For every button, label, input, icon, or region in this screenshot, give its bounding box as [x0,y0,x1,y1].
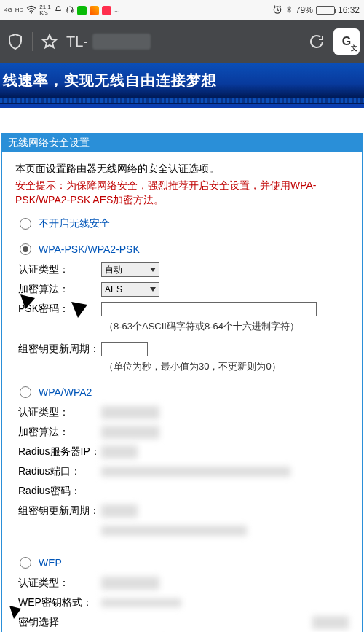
shield-icon[interactable] [4,31,26,52]
mode-wpapsk-row[interactable]: WPA-PSK/WPA2-PSK [20,243,349,255]
radio-wpapsk[interactable] [20,243,31,255]
radio-wep[interactable] [20,557,31,569]
redacted [312,616,349,629]
bell-icon [54,5,63,16]
app-icon-3 [102,6,111,15]
wep-keysel-label: 密钥选择 [18,616,101,629]
mode-wpapsk-title: WPA-PSK/WPA2-PSK [39,243,140,255]
status-right: 79% 16:32 [272,4,360,17]
radius-ip-label: Radius服务器IP： [18,445,101,459]
wep-fields: 认证类型： WEP密钥格式： 密钥选择 密钥 1： 密钥 2： 密钥 3： [18,574,349,632]
panel-title: 无线网络安全设置 [2,133,362,152]
translate-button[interactable]: G 文 [333,28,360,55]
status-left: 4G HD 21.1 K/s … [4,4,120,16]
banner-stripe [0,98,364,104]
battery-icon [316,6,335,15]
redacted [101,406,159,419]
groupkey-input[interactable] [101,342,148,356]
psk-label: PSK密码： [18,303,101,316]
enc-algo-select[interactable]: AES [101,282,159,297]
wep-auth-label: 认证类型： [18,577,101,590]
alarm-icon [272,4,282,17]
translate-sub: 文 [351,44,357,53]
headphones-icon [66,5,74,16]
status-bar: 4G HD 21.1 K/s … 79% 16:32 [0,0,364,20]
radius-pw-label: Radius密码： [18,485,101,498]
auth-type-label: 认证类型： [18,263,101,276]
redacted [101,526,247,536]
url-redacted [92,34,151,50]
browser-bar: TL- G 文 [0,20,364,63]
banner-text: 线速率，实现无线自由连接梦想 [0,63,364,98]
svg-point-0 [31,12,32,13]
chevron-down-icon [150,268,156,272]
mode-wep-row[interactable]: WEP [20,557,349,569]
redacted [101,577,159,590]
panel-warning: 安全提示：为保障网络安全，强烈推荐开启安全设置，并使用WPA-PSK/WPA2-… [15,179,349,207]
redacted [101,426,159,439]
mode-wep-title: WEP [39,557,62,569]
battery-percent: 79% [296,5,313,15]
net-4g-label: 4G [4,7,12,13]
chevron-down-icon [150,287,156,292]
mode-off-label: 不开启无线安全 [39,217,110,230]
bluetooth-icon [285,4,293,17]
translate-g: G [342,35,351,48]
enc-algo-value: AES [105,284,122,294]
app-icon-1 [77,6,87,15]
mode-wpa-row[interactable]: WPA/WPA2 [20,386,349,398]
groupkey-label: 组密钥更新周期： [18,343,101,356]
security-panel: 无线网络安全设置 本页面设置路由器无线网络的安全认证选项。 安全提示：为保障网络… [1,133,363,632]
mode-wpa-title: WPA/WPA2 [39,386,92,398]
reload-icon[interactable] [306,31,328,52]
wpapsk-fields: 认证类型： 自动 加密算法： AES [18,261,349,373]
wpa-gk-label: 组密钥更新周期： [18,504,101,518]
wifi-icon [26,5,36,16]
enc-algo-label: 加密算法： [18,283,101,296]
separator [32,32,33,51]
radio-off[interactable] [20,218,31,230]
hd-label: HD [15,7,24,13]
mode-off-row[interactable]: 不开启无线安全 [20,217,349,230]
psk-input[interactable] [101,302,317,316]
clock: 16:32 [338,5,360,15]
page-banner: 线速率，实现无线自由连接梦想 [0,63,364,108]
wep-fmt-label: WEP密钥格式： [18,596,101,609]
wpa-fields: 认证类型： 加密算法： Radius服务器IP： Radius端口： Radiu… [18,404,349,539]
psk-hint: （8-63个ASCII码字符或8-64个十六进制字符） [104,320,349,333]
app-icon-2 [90,6,99,15]
wpa-auth-label: 认证类型： [18,406,101,419]
redacted [101,504,138,518]
more-dots: … [114,7,120,13]
radius-port-label: Radius端口： [18,465,101,478]
panel-intro: 本页面设置路由器无线网络的安全认证选项。 [15,163,349,176]
url-prefix: TL- [66,34,88,50]
groupkey-hint: （单位为秒，最小值为30，不更新则为0） [104,360,349,373]
address-bar[interactable]: TL- [66,34,151,50]
net-speed: 21.1 K/s [39,4,51,16]
star-icon[interactable] [39,31,60,52]
auth-type-value: 自动 [105,264,122,276]
redacted [101,467,290,477]
auth-type-select[interactable]: 自动 [101,262,159,277]
wpa-enc-label: 加密算法： [18,426,101,439]
redacted [101,598,181,607]
redacted [101,445,138,459]
radio-wpa[interactable] [20,386,31,398]
